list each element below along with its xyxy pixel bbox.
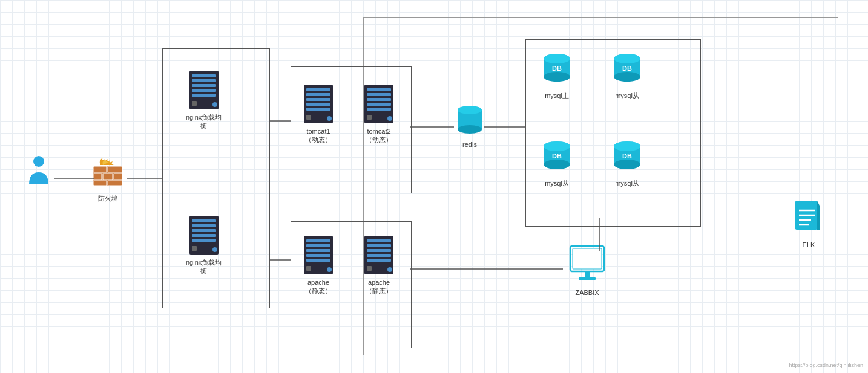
svg-rect-46 bbox=[367, 108, 391, 111]
elk-doc-icon bbox=[793, 199, 824, 238]
svg-rect-52 bbox=[306, 249, 330, 252]
mysql-slave3-label: mysql从 bbox=[615, 179, 639, 187]
diagram-canvas: 防火墙 nginx负载均衡 bbox=[0, 0, 868, 373]
svg-rect-45 bbox=[367, 103, 391, 106]
svg-text:DB: DB bbox=[552, 65, 562, 72]
svg-point-81 bbox=[544, 160, 570, 169]
svg-rect-34 bbox=[306, 88, 330, 91]
apache2-node: apache（静态） bbox=[363, 235, 395, 296]
tomcat1-node: tomcat1（动态） bbox=[303, 83, 334, 144]
nginx2-node: nginx负载均衡 bbox=[186, 215, 222, 276]
svg-point-64 bbox=[387, 267, 392, 272]
svg-rect-90 bbox=[573, 248, 602, 269]
svg-text:DB: DB bbox=[622, 65, 632, 72]
svg-rect-62 bbox=[367, 259, 391, 262]
svg-rect-58 bbox=[367, 239, 391, 242]
svg-rect-61 bbox=[367, 254, 391, 257]
tomcat2-node: tomcat2（动态） bbox=[363, 83, 395, 144]
svg-point-67 bbox=[458, 125, 482, 134]
svg-rect-19 bbox=[192, 79, 216, 82]
svg-rect-35 bbox=[306, 93, 330, 96]
svg-point-77 bbox=[614, 54, 640, 63]
person-icon bbox=[25, 154, 52, 188]
firewall-icon bbox=[92, 154, 123, 192]
svg-point-76 bbox=[614, 72, 640, 82]
svg-rect-18 bbox=[192, 74, 216, 77]
svg-rect-53 bbox=[306, 254, 330, 257]
svg-point-87 bbox=[614, 141, 640, 151]
mysql-slave2-icon: DB bbox=[541, 139, 573, 177]
elk-label: ELK bbox=[803, 241, 815, 249]
nginx1-label: nginx负载均衡 bbox=[186, 113, 222, 131]
nginx1-server-icon bbox=[188, 70, 220, 111]
zabbix-node: ZABBIX bbox=[569, 245, 605, 297]
svg-rect-38 bbox=[306, 108, 330, 111]
svg-rect-30 bbox=[192, 239, 216, 242]
svg-rect-22 bbox=[192, 94, 216, 97]
svg-rect-91 bbox=[585, 271, 590, 277]
mysql-slave1-icon: DB bbox=[611, 51, 643, 89]
svg-point-71 bbox=[544, 72, 570, 82]
svg-point-72 bbox=[544, 54, 570, 63]
redis-icon bbox=[455, 103, 484, 138]
svg-rect-36 bbox=[306, 98, 330, 101]
svg-rect-26 bbox=[192, 219, 216, 222]
svg-point-32 bbox=[212, 247, 217, 252]
mysql-slave1-node: DB mysql从 bbox=[611, 51, 643, 100]
svg-point-8 bbox=[33, 156, 44, 167]
svg-rect-23 bbox=[192, 101, 197, 106]
apache1-node: apache（静态） bbox=[303, 235, 334, 296]
svg-rect-27 bbox=[192, 224, 216, 227]
mysql-slave1-label: mysql从 bbox=[615, 91, 639, 100]
svg-rect-31 bbox=[192, 246, 197, 251]
svg-rect-39 bbox=[306, 115, 311, 120]
svg-text:DB: DB bbox=[552, 152, 562, 160]
firewall-label: 防火墙 bbox=[98, 194, 118, 203]
tomcat2-server-icon bbox=[363, 83, 395, 125]
mysql-slave3-node: DB mysql从 bbox=[611, 139, 643, 187]
svg-rect-63 bbox=[367, 266, 372, 271]
zabbix-label: ZABBIX bbox=[575, 288, 599, 297]
mysql-slave3-icon: DB bbox=[611, 139, 643, 177]
nginx2-label: nginx负载均衡 bbox=[186, 258, 222, 276]
svg-rect-42 bbox=[367, 88, 391, 91]
svg-point-56 bbox=[327, 267, 332, 272]
svg-rect-28 bbox=[192, 229, 216, 232]
svg-point-82 bbox=[544, 141, 570, 151]
svg-rect-51 bbox=[306, 244, 330, 247]
svg-rect-37 bbox=[306, 103, 330, 106]
apache1-server-icon bbox=[303, 235, 334, 276]
svg-rect-43 bbox=[367, 93, 391, 96]
nginx2-server-icon bbox=[188, 215, 220, 256]
svg-point-40 bbox=[327, 116, 332, 121]
watermark: https://blog.csdn.net/qinjilizhen bbox=[789, 362, 863, 368]
firewall-node: 防火墙 bbox=[92, 154, 123, 203]
tomcat2-label: tomcat2（动态） bbox=[366, 127, 392, 144]
svg-rect-59 bbox=[367, 244, 391, 247]
svg-rect-20 bbox=[192, 84, 216, 87]
mysql-master-icon: DB bbox=[541, 51, 573, 89]
svg-rect-92 bbox=[579, 277, 596, 280]
nginx1-node: nginx负载均衡 bbox=[186, 70, 222, 131]
svg-point-86 bbox=[614, 160, 640, 169]
mysql-master-label: mysql主 bbox=[545, 91, 569, 100]
tomcat1-server-icon bbox=[303, 83, 334, 125]
apache2-label: apache（静态） bbox=[366, 278, 392, 296]
svg-rect-47 bbox=[367, 115, 372, 120]
mysql-slave2-node: DB mysql从 bbox=[541, 139, 573, 187]
svg-point-48 bbox=[387, 116, 392, 121]
svg-point-68 bbox=[458, 106, 482, 114]
svg-rect-29 bbox=[192, 234, 216, 237]
svg-rect-50 bbox=[306, 239, 330, 242]
svg-rect-95 bbox=[817, 206, 820, 230]
mysql-slave2-label: mysql从 bbox=[545, 179, 569, 187]
mysql-master-node: DB mysql主 bbox=[541, 51, 573, 100]
svg-rect-44 bbox=[367, 98, 391, 101]
svg-text:DB: DB bbox=[622, 152, 632, 160]
svg-rect-21 bbox=[192, 89, 216, 92]
svg-rect-55 bbox=[306, 266, 311, 271]
svg-rect-54 bbox=[306, 259, 330, 262]
redis-node: redis bbox=[455, 103, 484, 149]
zabbix-monitor-icon bbox=[569, 245, 605, 286]
svg-point-24 bbox=[212, 102, 217, 107]
